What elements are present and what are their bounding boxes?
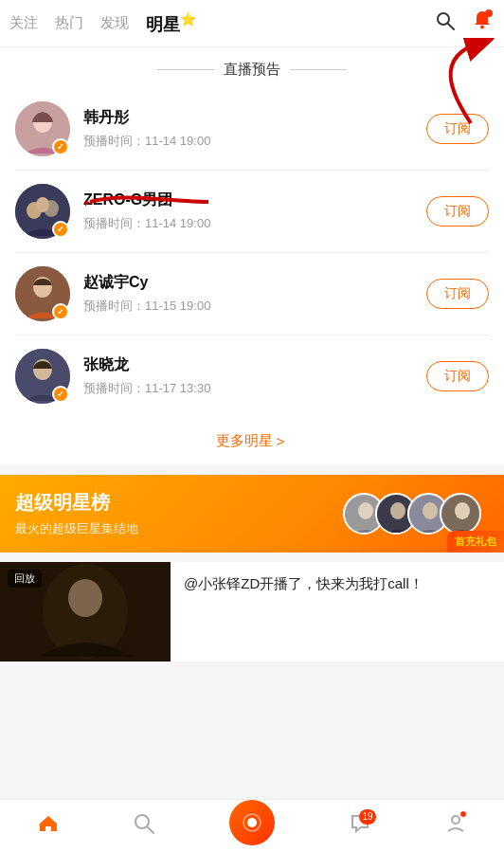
tab-star[interactable]: 明星 <box>146 11 196 36</box>
bottom-nav-messages[interactable]: 19 <box>349 812 371 841</box>
svg-point-0 <box>438 13 449 25</box>
star-time-3: 预播时间：11-15 19:00 <box>83 298 426 315</box>
bottom-nav-live[interactable] <box>229 800 275 853</box>
home-icon <box>37 812 60 841</box>
verified-badge-1 <box>52 138 69 155</box>
svg-point-30 <box>247 818 257 827</box>
banner-subtitle: 最火的超级巨星集结地 <box>15 520 343 537</box>
video-thumbnail[interactable]: 回放 <box>0 562 171 662</box>
subscribe-btn-4[interactable]: 订阅 <box>426 361 489 391</box>
svg-point-23 <box>455 502 470 519</box>
bell-button[interactable] <box>470 9 495 39</box>
verified-badge-4 <box>52 386 69 403</box>
star-info-1: 韩丹彤 预播时间：11-14 19:00 <box>83 108 426 150</box>
bottom-nav: 19 <box>0 799 504 852</box>
verified-badge-2 <box>52 221 69 238</box>
avatar-wrap-1 <box>15 101 70 156</box>
star-name-1: 韩丹彤 <box>83 108 426 128</box>
section-title: 直播预告 <box>224 61 280 79</box>
star-item-4: 张晓龙 预播时间：11-17 13:30 订阅 <box>15 335 489 417</box>
tab-discover[interactable]: 发现 <box>100 14 129 32</box>
search-icon <box>434 9 457 32</box>
video-title[interactable]: @小张铎ZD开播了，快来为我打call！ <box>184 573 423 595</box>
replay-badge: 回放 <box>8 570 42 588</box>
banner-text: 超级明星榜 最火的超级巨星集结地 <box>15 490 343 537</box>
banner-title: 超级明星榜 <box>15 490 343 516</box>
more-stars-link[interactable]: 更多明星 > <box>0 417 504 465</box>
star-time-4: 预播时间：11-17 13:30 <box>83 380 426 397</box>
star-list: 韩丹彤 预播时间：11-14 19:00 订阅 <box>0 88 504 417</box>
avatar-wrap-3 <box>15 266 70 321</box>
gift-badge[interactable]: 首充礼包 <box>447 531 504 553</box>
nav-tabs: 关注 热门 发现 明星 <box>9 11 196 36</box>
svg-point-32 <box>452 816 459 824</box>
tab-follow[interactable]: 关注 <box>9 14 38 32</box>
star-info-4: 张晓龙 预播时间：11-17 13:30 <box>83 355 426 397</box>
profile-dot <box>459 810 467 818</box>
video-section: 回放 @小张铎ZD开播了，快来为我打call！ <box>0 562 504 662</box>
star-name-4: 张晓龙 <box>83 355 426 375</box>
divider-left <box>157 69 214 70</box>
star-item-3: 赵诚宇Cy 预播时间：11-15 19:00 订阅 <box>15 253 489 335</box>
divider-right <box>290 69 347 70</box>
banner-avatar-4 <box>440 493 481 535</box>
banner-avatar-svg-4 <box>441 495 481 535</box>
svg-point-21 <box>423 502 438 519</box>
more-stars-label: 更多明星 <box>216 432 273 450</box>
video-content: @小张铎ZD开播了，快来为我打call！ <box>171 562 504 662</box>
avatar-wrap-2 <box>15 184 70 239</box>
svg-point-19 <box>390 502 405 519</box>
more-stars-arrow: > <box>277 433 285 449</box>
svg-line-1 <box>448 24 454 29</box>
main-content: 直播预告 <box>0 47 504 718</box>
svg-line-29 <box>148 827 153 833</box>
verified-badge-3 <box>52 303 69 320</box>
search-nav-icon <box>133 812 155 841</box>
nav-icons <box>434 9 495 39</box>
search-button[interactable] <box>434 9 457 38</box>
svg-point-28 <box>135 815 149 828</box>
avatar-wrap-4 <box>15 349 70 404</box>
bell-icon <box>470 9 495 33</box>
message-badge: 19 <box>359 809 375 825</box>
bottom-nav-search[interactable] <box>133 812 155 841</box>
tab-hot[interactable]: 热门 <box>55 14 83 32</box>
bottom-nav-home[interactable] <box>37 812 60 841</box>
live-button[interactable] <box>229 800 275 845</box>
subscribe-btn-3[interactable]: 订阅 <box>426 279 489 309</box>
svg-point-17 <box>358 502 373 519</box>
star-info-3: 赵诚宇Cy 预播时间：11-15 19:00 <box>83 273 426 315</box>
star-name-3: 赵诚宇Cy <box>83 273 426 293</box>
svg-point-3 <box>485 9 493 17</box>
subscribe-btn-2[interactable]: 订阅 <box>426 196 489 227</box>
svg-point-11 <box>36 197 49 212</box>
banner-avatars <box>343 493 481 535</box>
arrow-up-right <box>386 38 499 133</box>
arrow-left <box>85 173 218 230</box>
super-star-banner[interactable]: 超级明星榜 最火的超级巨星集结地 <box>0 475 504 553</box>
bottom-nav-profile[interactable] <box>444 812 467 841</box>
svg-point-2 <box>480 25 484 28</box>
star-time-1: 预播时间：11-14 19:00 <box>83 133 426 150</box>
